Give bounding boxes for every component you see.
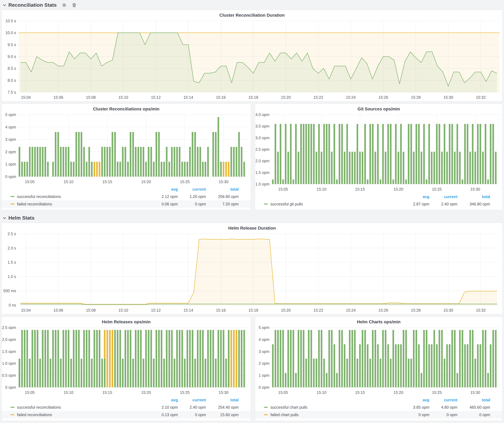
svg-text:15:12: 15:12 <box>151 308 161 312</box>
legend-series-label: successful reconciliations <box>17 405 61 410</box>
legend-col-total[interactable]: total <box>482 194 490 199</box>
panel-cluster-reconciliation-duration: Cluster Reconciliation Duration 7.5 s8.0… <box>1 10 503 101</box>
series-color-dash <box>264 414 268 415</box>
legend-col-total[interactable]: total <box>230 187 239 192</box>
legend-col-avg[interactable]: avg <box>171 398 178 402</box>
legend-current-value: 2.40 opm <box>190 405 206 410</box>
svg-text:15:04: 15:04 <box>21 308 31 312</box>
helm-releases-ops-plot[interactable]: 0 opm0.5 opm1.0 opm1.5 opm2.0 opm2.5 opm… <box>2 325 251 396</box>
panel-title[interactable]: Helm Charts ops/min <box>255 317 502 325</box>
svg-text:15:20: 15:20 <box>281 95 291 100</box>
legend-series-label: failed reconciliations <box>17 412 52 417</box>
series-color-dash <box>264 204 268 205</box>
svg-text:2.5 s: 2.5 s <box>8 232 16 236</box>
svg-text:500 ms: 500 ms <box>3 288 16 293</box>
svg-text:10.0 s: 10.0 s <box>6 30 16 35</box>
legend-col-current[interactable]: current <box>444 194 457 199</box>
legend-col-current[interactable]: current <box>192 398 206 402</box>
svg-text:15:10: 15:10 <box>119 308 128 312</box>
svg-text:10.5 s: 10.5 s <box>6 19 16 23</box>
svg-text:3 opm: 3 opm <box>5 137 16 141</box>
legend-col-avg[interactable]: avg <box>423 194 429 199</box>
legend-series-toggle[interactable]: failed reconciliations <box>2 412 145 417</box>
helm-release-duration-plot[interactable]: 0 ns500 ms1.0 s1.5 s2.0 s2.5 s15:0415:06… <box>2 231 502 314</box>
panel-title[interactable]: Cluster Reconciliation Duration <box>2 10 502 18</box>
svg-text:15:26: 15:26 <box>378 95 388 100</box>
legend-header-row: avg current total <box>2 186 251 193</box>
legend-col-avg[interactable]: avg <box>171 187 178 192</box>
legend-total-value: 15.60 opm <box>220 412 239 417</box>
cluster-reconciliation-duration-plot[interactable]: 7.5 s8.0 s8.5 s9.0 s9.5 s10.0 s10.5 s15:… <box>2 18 502 101</box>
svg-text:15:20: 15:20 <box>394 390 403 395</box>
legend-current-value: 0 opm <box>195 202 206 206</box>
section-title-helm-stats: Helm Stats <box>8 215 35 221</box>
legend-series-label: successful chart pulls <box>270 405 307 410</box>
legend-series-toggle[interactable]: successful chart pulls <box>255 405 397 410</box>
svg-text:15:24: 15:24 <box>346 308 356 312</box>
svg-text:15:25: 15:25 <box>180 180 190 184</box>
svg-text:15:28: 15:28 <box>411 95 421 100</box>
gear-icon[interactable] <box>62 3 67 8</box>
trash-icon[interactable] <box>72 3 77 8</box>
svg-text:0.5 opm: 0.5 opm <box>2 373 16 377</box>
legend-current-value: 1.20 opm <box>190 194 206 199</box>
helm-charts-ops-plot[interactable]: 0 opm1 opm2 opm3 opm4 opm5 opm15:0515:10… <box>255 325 502 396</box>
svg-text:15:15: 15:15 <box>355 390 365 395</box>
legend-row-failed-reconciliations: failed reconciliations 0.06 opm 0 opm 7.… <box>2 200 251 208</box>
legend-row-successful-git-pulls: successful git pulls 2.87 opm 2.40 opm 3… <box>255 200 502 208</box>
legend-total-value: 0 opm <box>479 412 490 417</box>
svg-text:15:15: 15:15 <box>355 187 365 191</box>
svg-text:15:10: 15:10 <box>317 187 326 191</box>
legend-series-toggle[interactable]: successful reconciliations <box>2 405 145 410</box>
legend-col-current[interactable]: current <box>444 398 457 402</box>
chevron-down-icon[interactable] <box>2 3 6 7</box>
section-header-helm-stats[interactable]: Helm Stats <box>0 213 504 223</box>
legend-avg-value: 2.12 opm <box>162 194 178 199</box>
series-color-dash <box>11 204 14 205</box>
legend-row-successful-reconciliations: successful reconciliations 2.10 opm 2.40… <box>2 404 251 411</box>
svg-text:1.0 s: 1.0 s <box>8 274 16 279</box>
svg-text:4 opm: 4 opm <box>5 125 16 129</box>
panel-title[interactable]: Helm Release Duration <box>2 223 502 231</box>
legend-series-label: successful reconciliations <box>17 194 61 199</box>
svg-text:15:30: 15:30 <box>219 180 228 184</box>
svg-text:15:16: 15:16 <box>216 95 226 100</box>
svg-text:3.0 opm: 3.0 opm <box>255 136 270 140</box>
section-header-reconciliation-stats[interactable]: Reconciliation Stats <box>0 0 504 10</box>
panel-title[interactable]: Cluster Reconciliations ops/min <box>2 104 251 112</box>
svg-text:15:30: 15:30 <box>219 390 228 395</box>
svg-text:15:20: 15:20 <box>394 187 403 191</box>
svg-text:15:24: 15:24 <box>346 95 356 100</box>
svg-text:15:30: 15:30 <box>443 308 453 312</box>
svg-text:4 opm: 4 opm <box>259 337 270 342</box>
legend-series-toggle[interactable]: successful git pulls <box>255 202 397 206</box>
svg-text:15:20: 15:20 <box>141 390 151 395</box>
svg-text:15:05: 15:05 <box>278 187 288 191</box>
panel-cluster-reconciliations-ops: Cluster Reconciliations ops/min 0 opm1 o… <box>1 104 251 210</box>
panel-title[interactable]: Git Sources ops/min <box>255 104 502 112</box>
legend-total-value: 7.20 opm <box>222 202 239 206</box>
legend-col-total[interactable]: total <box>482 398 490 402</box>
svg-text:2.0 opm: 2.0 opm <box>2 337 16 342</box>
chevron-down-icon[interactable] <box>2 216 6 220</box>
legend-series-toggle[interactable]: failed reconciliations <box>2 202 145 206</box>
svg-text:15:30: 15:30 <box>470 390 480 395</box>
legend-series-toggle[interactable]: successful reconciliations <box>2 194 145 199</box>
legend-avg-value: 2.10 opm <box>162 405 178 410</box>
legend-avg-value: 0 opm <box>419 412 429 417</box>
svg-text:15:32: 15:32 <box>476 95 486 100</box>
svg-text:15:10: 15:10 <box>64 390 73 395</box>
legend-col-current[interactable]: current <box>192 187 206 192</box>
panel-title[interactable]: Helm Releases ops/min <box>2 317 251 325</box>
svg-text:15:06: 15:06 <box>54 95 63 100</box>
svg-text:0 opm: 0 opm <box>259 385 270 389</box>
legend-series-toggle[interactable]: failed chart pulls <box>255 412 397 417</box>
svg-text:15:15: 15:15 <box>102 180 112 184</box>
cluster-reconciliations-ops-plot[interactable]: 0 opm1 opm2 opm3 opm4 opm5 opm15:0515:10… <box>2 112 251 186</box>
legend-col-avg[interactable]: avg <box>423 398 429 402</box>
svg-text:15:05: 15:05 <box>278 390 288 395</box>
legend-col-total[interactable]: total <box>230 398 239 402</box>
legend-current-value: 0 opm <box>447 412 457 417</box>
git-sources-ops-plot[interactable]: 1.0 opm1.5 opm2.0 opm2.5 opm3.0 opm3.5 o… <box>255 112 502 193</box>
legend: avg current total successful reconciliat… <box>2 396 251 421</box>
